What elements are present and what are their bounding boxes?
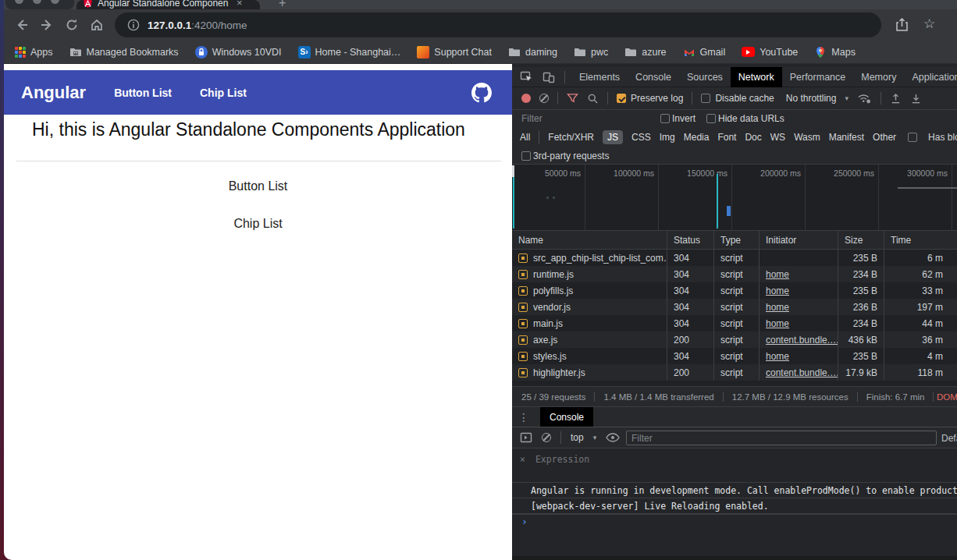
console-prompt-icon[interactable]: › (521, 516, 528, 527)
table-row[interactable]: styles.js 304 script home 235 B 4 m (512, 348, 957, 364)
device-toolbar-icon[interactable] (543, 71, 555, 83)
table-row[interactable]: src_app_chip-list_chip-list_com… 304 scr… (512, 250, 957, 266)
column-status[interactable]: Status (667, 231, 714, 249)
type-filter-ws[interactable]: WS (770, 132, 785, 143)
column-name[interactable]: Name (512, 231, 667, 249)
table-row[interactable]: runtime.js 304 script home 234 B 62 m (512, 266, 957, 282)
site-info-icon[interactable] (127, 19, 140, 31)
invert-checkbox[interactable] (660, 114, 670, 123)
request-initiator[interactable]: home (766, 285, 789, 296)
type-filter-manifest[interactable]: Manifest (829, 132, 864, 143)
type-filter-doc[interactable]: Doc (745, 132, 761, 143)
request-initiator[interactable]: content.bundle.… (766, 335, 838, 346)
table-header-row[interactable]: Name Status Type Initiator Size Time (512, 231, 957, 250)
has-blocked-cookies-checkbox[interactable] (908, 133, 917, 142)
bookmark-youtube[interactable]: YouTube (742, 47, 798, 58)
bookmark-sharepoint-home[interactable]: S› Home - Shanghai… (298, 46, 401, 58)
log-levels-select[interactable]: Default levels (941, 433, 957, 444)
throttling-select[interactable]: No throttling (786, 93, 837, 104)
record-icon[interactable] (521, 94, 531, 103)
drawer-tab-console[interactable]: Console (540, 407, 593, 427)
back-icon[interactable] (15, 18, 29, 32)
live-expression[interactable]: × Expression (520, 454, 589, 465)
bookmark-star-icon[interactable]: ☆ (923, 16, 935, 32)
hide-data-urls-checkbox[interactable] (706, 114, 716, 123)
remove-expression-icon[interactable]: × (520, 454, 525, 465)
console-message: [webpack-dev-server] Live Reloading enab… (512, 498, 957, 513)
type-filter-font[interactable]: Font (717, 132, 736, 143)
link-chip-list[interactable]: Chip List (4, 217, 512, 231)
bookmark-managed[interactable]: Managed Bookmarks (69, 46, 179, 58)
preserve-log-checkbox[interactable] (617, 94, 626, 103)
chevron-down-icon[interactable]: ▾ (593, 434, 597, 441)
clear-console-icon[interactable] (542, 433, 551, 442)
address-bar[interactable]: 127.0.0.1:4200/home (115, 12, 881, 37)
tab-network[interactable]: Network (731, 67, 782, 87)
inspect-icon[interactable] (520, 70, 533, 83)
timeline-selection-handle[interactable] (512, 165, 514, 177)
tab-console[interactable]: Console (628, 67, 679, 87)
bookmark-gmail[interactable]: Gmail (683, 46, 726, 58)
bookmark-maps[interactable]: Maps (814, 46, 856, 58)
export-har-icon[interactable] (910, 93, 922, 105)
request-initiator[interactable]: home (766, 302, 789, 313)
search-icon[interactable] (587, 93, 599, 105)
type-filter-wasm[interactable]: Wasm (794, 132, 820, 143)
bookmark-apps[interactable]: Apps (15, 46, 53, 58)
network-conditions-icon[interactable] (857, 92, 872, 105)
table-row[interactable]: polyfills.js 304 script home 235 B 33 m (512, 282, 957, 299)
column-initiator[interactable]: Initiator (760, 231, 838, 249)
eye-icon[interactable] (606, 433, 620, 442)
request-initiator[interactable]: home (766, 351, 789, 362)
column-time[interactable]: Time (884, 231, 957, 249)
type-filter-all[interactable]: All (520, 132, 530, 143)
request-initiator[interactable]: home (766, 269, 789, 280)
tab-elements[interactable]: Elements (571, 67, 628, 87)
tab-performance[interactable]: Performance (782, 67, 854, 87)
bookmark-windows-vdi[interactable]: Windows 10VDI (195, 46, 282, 58)
request-initiator[interactable]: content.bundle.… (766, 367, 838, 378)
type-filter-media[interactable]: Media (684, 132, 710, 143)
type-filter-img[interactable]: Img (660, 132, 675, 143)
nav-button-list[interactable]: Button List (114, 87, 172, 99)
bookmark-folder-pwc[interactable]: pwc (574, 46, 608, 58)
home-icon[interactable] (90, 18, 104, 32)
disable-cache-checkbox[interactable] (701, 94, 710, 103)
network-timeline[interactable]: 50000 ms 100000 ms 150000 ms 200000 ms 2… (512, 165, 957, 231)
filter-funnel-icon[interactable] (567, 93, 578, 105)
tab-application[interactable]: Application (904, 67, 957, 87)
nav-chip-list[interactable]: Chip List (200, 87, 247, 99)
bookmark-folder-daming[interactable]: daming (508, 46, 557, 58)
table-row[interactable]: axe.js 200 script content.bundle.… 436 k… (512, 331, 957, 348)
column-size[interactable]: Size (838, 231, 884, 249)
console-filter-input[interactable] (626, 431, 937, 445)
table-row[interactable]: highlighter.js 200 script content.bundle… (512, 364, 957, 381)
column-type[interactable]: Type (714, 231, 760, 249)
more-options-icon[interactable]: ⋮ (518, 411, 529, 424)
chevron-down-icon[interactable]: ▾ (845, 94, 848, 102)
table-row[interactable]: main.js 304 script home 234 B 44 m (512, 315, 957, 331)
forward-icon[interactable] (40, 18, 54, 32)
browser-tab[interactable]: Angular Standalone Componen × (76, 0, 260, 9)
console-sidebar-icon[interactable] (520, 431, 532, 444)
network-filter-input[interactable] (521, 112, 645, 125)
import-har-icon[interactable] (890, 93, 902, 105)
tab-close-icon[interactable]: × (237, 0, 243, 9)
table-row[interactable]: vendor.js 304 script home 236 B 197 m (512, 299, 957, 315)
context-selector[interactable]: top (571, 432, 584, 443)
third-party-checkbox[interactable] (521, 151, 531, 161)
link-button-list[interactable]: Button List (4, 179, 512, 193)
type-filter-css[interactable]: CSS (631, 132, 651, 143)
tab-sources[interactable]: Sources (679, 67, 731, 87)
github-icon[interactable] (471, 83, 492, 103)
clear-icon[interactable] (539, 94, 549, 103)
request-initiator[interactable]: home (766, 318, 789, 329)
type-filter-other[interactable]: Other (873, 132, 896, 143)
reload-icon[interactable] (65, 18, 79, 32)
type-filter-fetchxhr[interactable]: Fetch/XHR (548, 132, 594, 143)
bookmark-folder-azure[interactable]: azure (624, 46, 666, 58)
type-filter-js[interactable]: JS (603, 130, 623, 144)
tab-memory[interactable]: Memory (853, 67, 904, 87)
bookmark-support-chat[interactable]: Support Chat (417, 46, 492, 58)
share-icon[interactable] (895, 17, 909, 32)
